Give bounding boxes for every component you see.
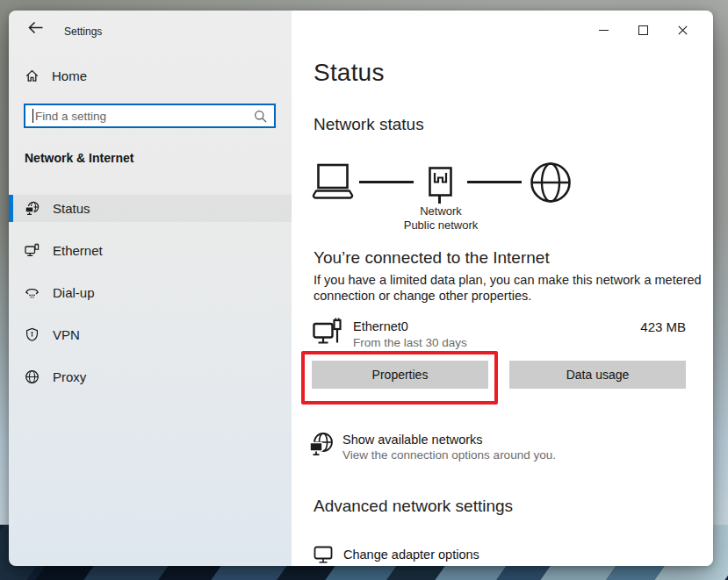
sidebar-item-label: Proxy <box>53 369 86 384</box>
connected-body: If you have a limited data plan, you can… <box>314 273 707 304</box>
sidebar-item-vpn[interactable]: VPN <box>9 321 292 348</box>
adapter-data-used: 423 MB <box>640 319 686 334</box>
ethernet-adapter-icon <box>313 318 342 347</box>
page-title: Status <box>314 59 385 87</box>
sidebar-item-home[interactable]: Home <box>9 64 292 87</box>
connected-heading: You’re connected to the Internet <box>314 248 550 268</box>
ethernet-icon <box>25 243 40 258</box>
connection-line <box>359 181 414 183</box>
maximize-button[interactable] <box>623 18 663 42</box>
sidebar-item-status[interactable]: Status <box>9 195 292 222</box>
advanced-heading: Advanced network settings <box>314 497 513 516</box>
adapter-options-icon <box>314 545 334 564</box>
settings-window: Settings Home Network & Internet <box>9 11 713 566</box>
network-status-heading: Network status <box>314 115 424 134</box>
sidebar: Settings Home Network & Internet <box>9 11 292 566</box>
back-arrow-icon <box>28 21 44 34</box>
sidebar-item-label: VPN <box>53 327 80 342</box>
network-node-label: Network Public network <box>362 204 520 233</box>
search-input[interactable] <box>33 110 254 123</box>
sidebar-item-label: Ethernet <box>53 243 103 258</box>
show-available-networks-item[interactable]: Show available networks View the connect… <box>292 429 696 471</box>
search-box[interactable] <box>24 104 276 128</box>
change-adapter-label: Change adapter options <box>343 548 479 562</box>
dialup-icon <box>25 285 40 300</box>
sidebar-section-title: Network & Internet <box>25 151 133 165</box>
minimize-icon <box>599 30 609 31</box>
sidebar-item-label: Home <box>52 68 87 83</box>
app-title: Settings <box>64 25 102 38</box>
close-icon <box>678 25 688 35</box>
sidebar-item-proxy[interactable]: Proxy <box>9 363 292 390</box>
proxy-globe-icon <box>25 369 40 384</box>
sidebar-item-label: Dial-up <box>53 285 95 300</box>
available-networks-icon <box>309 432 334 456</box>
adapter-name: Ethernet0 <box>353 319 408 333</box>
public-network-label: Public network <box>362 218 520 233</box>
change-adapter-options-item[interactable]: Change adapter options <box>292 542 696 566</box>
maximize-icon <box>638 25 648 35</box>
vpn-shield-icon <box>25 327 40 342</box>
show-networks-subtitle: View the connection options around you. <box>342 448 556 462</box>
connection-line <box>467 181 522 183</box>
window-controls <box>584 18 703 42</box>
network-label: Network <box>362 204 520 218</box>
network-plug-icon <box>429 167 452 197</box>
search-icon <box>254 110 267 123</box>
main-pane: Status Network status Network <box>292 11 713 566</box>
close-button[interactable] <box>663 18 703 42</box>
laptop-icon <box>312 163 354 200</box>
home-icon <box>25 68 40 83</box>
sidebar-item-ethernet[interactable]: Ethernet <box>9 237 292 264</box>
sidebar-item-dialup[interactable]: Dial-up <box>9 279 292 306</box>
properties-button[interactable]: Properties <box>312 361 488 389</box>
minimize-button[interactable] <box>584 18 623 42</box>
selected-indicator <box>9 195 13 222</box>
internet-globe-icon <box>530 161 572 204</box>
data-usage-button[interactable]: Data usage <box>509 361 686 389</box>
network-status-icon <box>25 201 40 216</box>
adapter-period: From the last 30 days <box>353 336 467 349</box>
back-button[interactable] <box>25 18 47 37</box>
connection-stem <box>438 196 441 204</box>
show-networks-title: Show available networks <box>342 433 483 447</box>
sidebar-item-label: Status <box>53 201 90 216</box>
